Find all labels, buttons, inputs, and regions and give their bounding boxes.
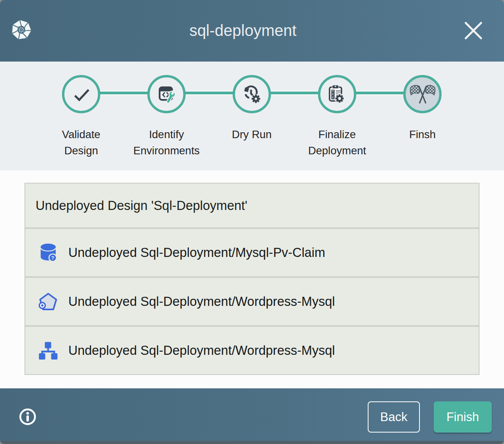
svg-text:?: ? <box>51 255 55 261</box>
